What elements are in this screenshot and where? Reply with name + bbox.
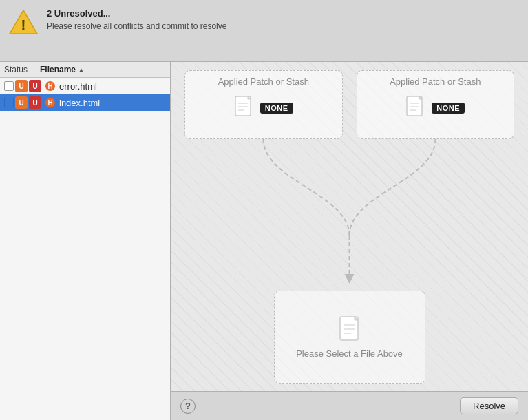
- source-boxes: Applied Patch or Stash NONE: [171, 62, 528, 139]
- sort-arrow-icon[interactable]: ▲: [78, 66, 85, 74]
- status-badges: U U: [4, 96, 41, 109]
- file-type-icon: H: [45, 81, 56, 92]
- column-header: Status Filename ▲: [0, 62, 170, 78]
- filename-column-header: Filename ▲: [40, 65, 85, 74]
- badge-u2: U: [29, 80, 41, 92]
- result-box: Please Select a File Above: [274, 291, 425, 384]
- warning-icon: !: [7, 6, 40, 39]
- right-doc-icon: [405, 95, 427, 121]
- merge-diagram: Applied Patch or Stash NONE: [171, 62, 528, 391]
- left-panel: Status Filename ▲ U U H: [0, 62, 171, 420]
- right-file-area: NONE: [405, 95, 465, 121]
- badge-u1: U: [15, 96, 28, 109]
- left-source-box: Applied Patch or Stash NONE: [184, 70, 343, 139]
- result-box-wrap: Please Select a File Above: [171, 291, 528, 384]
- file-type-icon: H: [45, 97, 56, 108]
- status-column-header: Status: [4, 65, 36, 74]
- header-text: 2 Unresolved... Please resolve all confl…: [47, 6, 226, 32]
- bottom-bar: ? Resolve: [171, 391, 528, 420]
- status-badges: U U: [4, 80, 41, 92]
- left-doc-icon: [234, 95, 256, 121]
- filename-label: index.html: [59, 98, 100, 108]
- svg-marker-17: [345, 274, 355, 284]
- left-none-badge: NONE: [260, 103, 293, 114]
- right-none-badge: NONE: [432, 103, 465, 114]
- right-source-box: Applied Patch or Stash NONE: [357, 70, 515, 139]
- left-source-label: Applied Patch or Stash: [218, 76, 309, 87]
- badge-u1: U: [15, 80, 28, 92]
- header-bar: ! 2 Unresolved... Please resolve all con…: [0, 0, 528, 62]
- resolve-instruction: Please resolve all conflicts and commit …: [47, 21, 226, 32]
- file-checkbox[interactable]: [4, 98, 14, 107]
- svg-text:H: H: [47, 99, 52, 107]
- result-doc-icon: [339, 315, 361, 342]
- unresolved-count: 2 Unresolved...: [47, 8, 226, 19]
- badge-u2: U: [29, 96, 41, 109]
- right-source-label: Applied Patch or Stash: [390, 76, 481, 87]
- result-label: Please Select a File Above: [296, 348, 403, 359]
- svg-text:H: H: [47, 83, 52, 90]
- help-button[interactable]: ?: [180, 399, 196, 414]
- filename-label: error.html: [59, 81, 97, 92]
- table-row[interactable]: U U H error.html: [0, 78, 170, 94]
- right-panel: Applied Patch or Stash NONE: [171, 62, 528, 420]
- flow-arrows: [171, 139, 528, 291]
- table-row[interactable]: U U H index.html: [0, 94, 170, 111]
- left-file-area: NONE: [234, 95, 293, 121]
- resolve-button[interactable]: Resolve: [460, 397, 518, 414]
- file-list: U U H error.html U U: [0, 78, 170, 420]
- main-area: Status Filename ▲ U U H: [0, 62, 528, 420]
- svg-text:!: !: [21, 17, 25, 34]
- file-checkbox[interactable]: [4, 81, 14, 91]
